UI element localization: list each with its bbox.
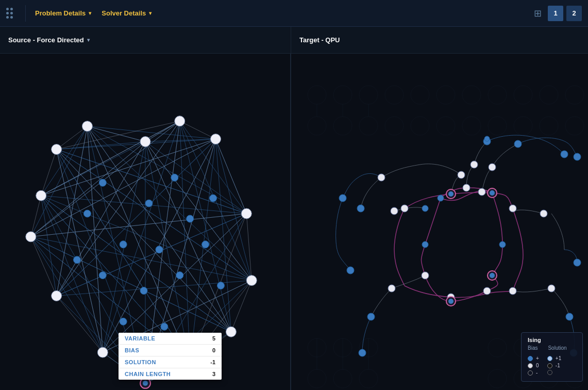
solver-details-chevron: ▾ <box>149 10 152 16</box>
tooltip-chainlength-value: 3 <box>212 371 215 377</box>
tooltip-solution-value: -1 <box>210 359 215 365</box>
bias-positive-dot <box>528 356 533 361</box>
tooltip-variable-key: VARIABLE <box>125 335 155 342</box>
problem-details-chevron: ▾ <box>89 10 91 16</box>
tooltip-chainlength-key: CHAIN LENGTH <box>125 371 171 377</box>
svg-point-220 <box>561 151 568 158</box>
ising-legend: Ising Bias Solution + 0 <box>521 332 583 382</box>
legend-row-sol-pos: +1 <box>547 355 561 361</box>
svg-point-214 <box>339 194 346 202</box>
svg-point-227 <box>438 195 444 201</box>
svg-point-205 <box>378 174 385 181</box>
svg-point-218 <box>574 259 581 266</box>
solution-negative-label: -1 <box>556 363 560 368</box>
tooltip-variable-row: VARIABLE 5 <box>119 333 222 345</box>
tooltip-solution-key: SOLUTION <box>125 359 156 365</box>
legend-row-zero: 0 <box>528 363 539 368</box>
svg-point-198 <box>463 184 470 191</box>
drag-handle[interactable] <box>6 8 13 19</box>
svg-point-131 <box>26 232 36 242</box>
svg-point-138 <box>187 215 194 222</box>
svg-point-126 <box>246 275 257 286</box>
svg-point-133 <box>52 144 62 155</box>
bias-legend-col: + 0 - <box>528 354 539 377</box>
left-panel-title: Source - Force Directed <box>8 36 84 44</box>
left-panel[interactable]: VARIABLE 5 BIAS 0 SOLUTION -1 CHAIN LENG… <box>0 54 291 390</box>
svg-point-204 <box>391 207 398 215</box>
svg-point-217 <box>359 349 366 356</box>
svg-point-238 <box>490 190 495 196</box>
svg-point-127 <box>226 327 236 337</box>
solution-negative-dot <box>547 363 552 368</box>
tooltip-bias-row: BIAS 0 <box>119 345 222 356</box>
svg-point-121 <box>143 381 148 386</box>
bias-zero-dot <box>528 363 533 368</box>
svg-point-207 <box>509 205 516 212</box>
legend-row-sol-neg: -1 <box>547 363 561 368</box>
svg-point-216 <box>347 267 354 274</box>
legend-items: + 0 - +1 <box>528 354 576 377</box>
solution-positive-label: +1 <box>556 355 561 361</box>
tooltip-bias-value: 0 <box>212 347 215 353</box>
solver-details-button[interactable]: Solver Details ▾ <box>96 6 157 20</box>
svg-point-226 <box>422 205 428 212</box>
problem-details-button[interactable]: Problem Details ▾ <box>30 6 96 20</box>
svg-point-137 <box>171 174 178 181</box>
svg-point-230 <box>422 241 428 248</box>
tooltip-bias-key: BIAS <box>125 347 139 353</box>
grid-icon[interactable]: ⊞ <box>531 6 545 21</box>
left-panel-chevron[interactable]: ▾ <box>87 37 90 43</box>
svg-point-142 <box>140 287 147 295</box>
svg-point-150 <box>161 323 168 330</box>
svg-point-134 <box>82 121 92 132</box>
svg-point-140 <box>120 241 127 248</box>
problem-details-label: Problem Details <box>35 9 86 17</box>
right-panel[interactable]: Ising Bias Solution + 0 <box>291 54 588 390</box>
bias-positive-label: + <box>536 355 539 361</box>
legend-row-negative: - <box>528 370 539 376</box>
svg-point-144 <box>202 241 209 248</box>
tooltip-chainlength-row: CHAIN LENGTH 3 <box>119 368 222 380</box>
svg-point-135 <box>99 179 106 186</box>
left-panel-label: Source - Force Directed ▾ <box>0 27 291 53</box>
solution-legend-col: +1 -1 <box>547 354 561 377</box>
right-panel-title: Target - QPU <box>299 36 340 44</box>
svg-point-232 <box>484 136 490 141</box>
solution-empty-dot <box>547 370 552 375</box>
svg-point-223 <box>566 313 573 320</box>
svg-point-130 <box>52 291 62 301</box>
bias-negative-dot <box>528 370 533 376</box>
svg-point-132 <box>36 190 46 201</box>
svg-point-199 <box>478 188 485 196</box>
svg-point-202 <box>489 164 496 171</box>
node-tooltip: VARIABLE 5 BIAS 0 SOLUTION -1 CHAIN LENG… <box>119 333 222 380</box>
top-nav: Problem Details ▾ Solver Details ▾ ⊞ 1 2 <box>0 0 588 27</box>
svg-point-148 <box>217 282 225 289</box>
tab2-button[interactable]: 2 <box>566 6 582 21</box>
svg-point-145 <box>210 194 217 202</box>
tab1-button[interactable]: 1 <box>548 6 563 21</box>
legend-row-positive: + <box>528 355 539 361</box>
solution-positive-dot <box>547 356 552 361</box>
bias-zero-label: 0 <box>536 363 539 368</box>
svg-point-237 <box>448 191 453 197</box>
nav-divider <box>25 5 26 22</box>
svg-point-240 <box>490 273 495 278</box>
svg-point-147 <box>73 256 80 264</box>
svg-point-212 <box>483 287 491 295</box>
svg-point-219 <box>574 153 581 160</box>
svg-point-222 <box>514 140 522 148</box>
svg-point-208 <box>540 210 547 217</box>
svg-point-229 <box>499 241 506 248</box>
panels-label-row: Source - Force Directed ▾ Target - QPU <box>0 27 588 54</box>
svg-point-136 <box>145 200 153 207</box>
tooltip-variable-value: 5 <box>212 335 215 342</box>
svg-point-141 <box>99 272 106 279</box>
svg-point-206 <box>388 285 395 292</box>
svg-point-149 <box>120 318 127 325</box>
svg-point-201 <box>471 161 478 168</box>
solution-col-header: Solution <box>548 345 566 351</box>
legend-title: Ising <box>528 337 576 343</box>
svg-point-125 <box>241 208 251 219</box>
svg-point-123 <box>175 116 185 126</box>
